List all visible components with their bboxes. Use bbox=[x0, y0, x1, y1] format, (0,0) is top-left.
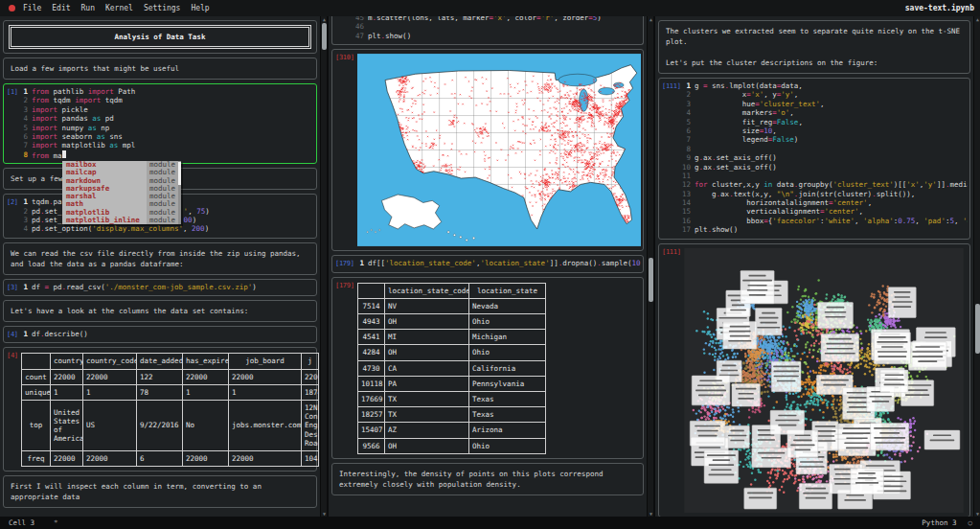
output-cell-state-table[interactable]: [179] location_state_codelocation_state7… bbox=[331, 277, 644, 459]
code-cell-read-csv[interactable]: [3] 1df = pd.read_csv('./monster_com-job… bbox=[3, 279, 317, 296]
table-cell: Arizona bbox=[469, 423, 546, 438]
table-cell: Texas bbox=[469, 407, 546, 423]
table-cell: 9566 bbox=[358, 438, 385, 453]
dropdown-scrollbar[interactable] bbox=[178, 161, 181, 224]
code-cell-map-scatter[interactable]: 45m.scatter(lons, lats, marker='x', colo… bbox=[331, 16, 644, 45]
table-cell: 7514 bbox=[358, 298, 385, 313]
autocomplete-item-matplotlib_inline[interactable]: matplotlib_inlinemodule bbox=[62, 217, 181, 224]
pane-left-content: Analysis of Data Task Load a few imports… bbox=[0, 16, 320, 517]
execution-count: [2] bbox=[7, 198, 18, 206]
pane-left: Analysis of Data Task Load a few imports… bbox=[0, 16, 327, 517]
completion-kind: module bbox=[147, 217, 181, 224]
menu-item-edit[interactable]: Edit bbox=[52, 4, 70, 12]
output-cell-describe-table[interactable]: [4] countrycountry_codedate_addedhas_exp… bbox=[3, 347, 317, 472]
table-cell: 22000 bbox=[83, 451, 137, 467]
table-cell: United States of America bbox=[51, 401, 83, 451]
table-cell: jobs.monster.com bbox=[229, 401, 302, 451]
table-row: 9566OHOhio bbox=[358, 438, 546, 453]
code-line: 13 g.ax.text(x,y, "\n".join(str(cluster)… bbox=[682, 190, 968, 198]
completion-name: matplotlib_inline bbox=[62, 217, 147, 224]
table-row: 17669TXTexas bbox=[358, 391, 546, 406]
code-line: 8 bbox=[682, 145, 968, 153]
table-cell: 1 bbox=[229, 384, 302, 400]
autocomplete-dropdown[interactable]: mailboxmodulemailcapmodulemarkdownmodule… bbox=[62, 161, 181, 224]
output-cell-us-map[interactable]: [310] bbox=[331, 49, 644, 251]
code-cell-lmplot[interactable]: [111] 1g = sns.lmplot(data=data,2 x='x',… bbox=[658, 78, 970, 240]
table-cell: 9/22/2016 bbox=[137, 401, 183, 451]
column-header: location_state_code bbox=[385, 283, 469, 298]
cluster-label-box bbox=[851, 468, 884, 494]
cluster-label-box bbox=[888, 287, 916, 317]
cluster-label-box bbox=[723, 321, 757, 349]
table-cell: 22000 bbox=[229, 369, 302, 384]
status-cell-indicator: Cell 3 bbox=[0, 518, 34, 527]
code-line: 2from tqdm import tqdm bbox=[19, 96, 314, 104]
table-cell: NV bbox=[385, 298, 469, 313]
table-cell: OH bbox=[385, 313, 469, 329]
table-cell: unique bbox=[22, 384, 51, 400]
menu-item-help[interactable]: Help bbox=[191, 4, 209, 12]
code-line: 6 size=10, bbox=[682, 126, 968, 135]
markdown-cell-columns[interactable]: Let's have a look at the columns the dat… bbox=[3, 300, 317, 322]
workspace: Analysis of Data Task Load a few imports… bbox=[0, 16, 980, 517]
table-row: 4284OHOhio bbox=[358, 345, 546, 360]
dataframe-table: location_state_codelocation_state7514NVN… bbox=[357, 283, 546, 454]
cluster-label-box bbox=[880, 370, 908, 392]
menu-item-settings[interactable]: Settings bbox=[144, 4, 181, 12]
table-cell: 22000 bbox=[83, 369, 137, 384]
cluster-label-box bbox=[732, 383, 760, 406]
execution-count: [4] bbox=[7, 331, 18, 338]
tsne-cluster-plot bbox=[684, 248, 964, 513]
menu-item-kernel[interactable]: Kernel bbox=[105, 4, 133, 12]
table-cell: California bbox=[469, 360, 546, 376]
table-cell: 18257 bbox=[358, 407, 385, 423]
table-cell: TX bbox=[385, 407, 469, 423]
table-cell: OH bbox=[385, 438, 469, 453]
table-cell: 4943 bbox=[358, 313, 385, 329]
markdown-cell-read-csv[interactable]: We can read the csv file directly from i… bbox=[3, 242, 317, 275]
text-cursor bbox=[62, 150, 67, 159]
table-cell: Ohio bbox=[469, 313, 546, 329]
table-cell: No bbox=[183, 401, 229, 451]
table-cell: Pennsylvania bbox=[469, 376, 546, 391]
code-line: 16 bbox={'facecolor':'white', 'alpha':0.… bbox=[682, 217, 968, 225]
code-cell-imports-focused[interactable]: [1] 1from pathlib import Path2from tqdm … bbox=[3, 83, 317, 164]
table-cell: 15407 bbox=[358, 423, 385, 438]
scrollbar-right-pane[interactable]: ▲ ▼ bbox=[973, 16, 980, 517]
table-cell: 12N Cons Engi Desc Road bbox=[302, 401, 319, 451]
table-cell: 17669 bbox=[358, 391, 385, 406]
output-cell-tsne-plot[interactable]: [111] bbox=[658, 243, 970, 517]
menu-item-run[interactable]: Run bbox=[81, 4, 95, 12]
table-cell: 4730 bbox=[358, 360, 385, 376]
table-header-row: location_state_codelocation_state bbox=[358, 283, 546, 298]
app-logo-icon bbox=[9, 5, 15, 12]
notebook-tab-title[interactable]: save-text.ipynb bbox=[905, 4, 980, 12]
markdown-cell-density[interactable]: Interestingly, the density of points on … bbox=[331, 463, 644, 495]
status-modified-flag: * bbox=[54, 518, 58, 527]
markdown-cell-load-imports[interactable]: Load a few imports that might be useful bbox=[3, 58, 317, 80]
scrollbar-left-pane[interactable]: ▲ ▼ bbox=[320, 16, 327, 517]
code-line: 10g.ax.set_axis_off() bbox=[682, 163, 968, 172]
completion-name: mailcap bbox=[62, 169, 147, 176]
code-line: 15 verticalalignment='center', bbox=[682, 207, 968, 216]
code-line: 1df[['location_state_code','location_sta… bbox=[355, 259, 641, 267]
code-line: 4 markers='o', bbox=[682, 108, 968, 117]
code-line: 6import seaborn as sns bbox=[19, 132, 314, 141]
markdown-cell-first-inspect[interactable]: First I will inspect each column in term… bbox=[3, 475, 317, 508]
cluster-label-box bbox=[744, 488, 777, 509]
title-cell[interactable]: Analysis of Data Task bbox=[3, 20, 317, 54]
code-cell-describe[interactable]: [4] 1df.describe() bbox=[3, 326, 317, 343]
code-line: 1from pathlib import Path bbox=[19, 87, 314, 96]
code-line: 11 bbox=[682, 172, 968, 180]
completion-name: markupsafe bbox=[62, 185, 147, 193]
markdown-cell-clusters[interactable]: The clusters we extracted seem to separa… bbox=[658, 20, 970, 74]
code-line: 1g = sns.lmplot(data=data, bbox=[682, 81, 968, 90]
scrollbar-middle-pane[interactable]: ▲ ▼ bbox=[647, 16, 653, 517]
table-cell: 4284 bbox=[358, 345, 385, 360]
kernel-name[interactable]: Python 3 bbox=[922, 518, 956, 527]
menu-item-file[interactable]: File bbox=[23, 4, 41, 12]
column-header: j bbox=[302, 354, 319, 369]
code-cell-state-sample[interactable]: [179] 1df[['location_state_code','locati… bbox=[331, 255, 644, 272]
column-header: job_board bbox=[229, 354, 302, 369]
column-header: country_code bbox=[83, 354, 137, 369]
